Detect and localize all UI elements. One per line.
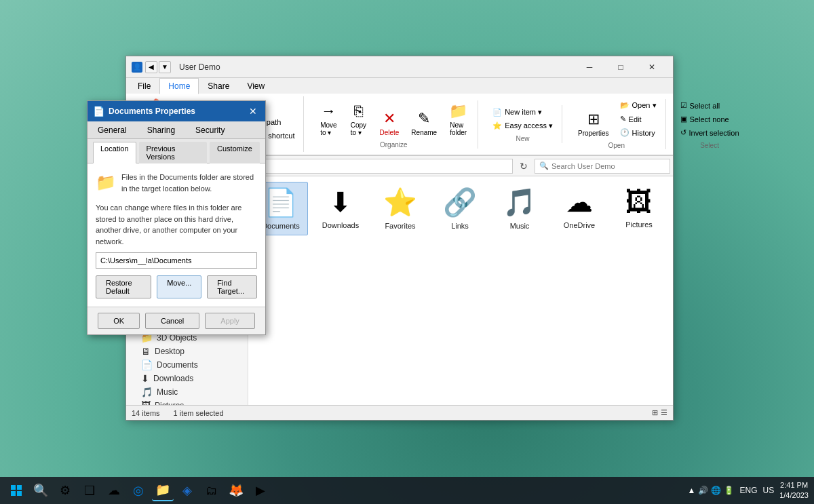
sidebar-item-documents-pc[interactable]: 📄 Documents — [126, 358, 248, 372]
ribbon-group-open: ⊞ Properties 📂 Open ▾ ✎ Edit � — [568, 99, 666, 149]
taskbar-vscode[interactable]: ◈ — [176, 480, 198, 501]
select-none-icon: ▣ — [680, 115, 687, 123]
sidebar-item-desktop-pc[interactable]: 🖥 Desktop — [126, 345, 248, 358]
dialog-subtab-customize[interactable]: Customize — [210, 142, 260, 163]
new-item-button[interactable]: 📄 New item ▾ — [489, 106, 556, 119]
taskbar-search[interactable]: 🔍 — [30, 480, 52, 501]
taskbar: 🔍 ⚙ ❑ ☁ ◎ 📁 ◈ 🗂 🦊 ▶ ▲ 🔊 🌐 🔋 ENG US 2:41 … — [0, 477, 814, 504]
dialog-tab-general[interactable]: General — [88, 121, 137, 139]
start-button[interactable] — [5, 480, 27, 501]
taskbar-explorer[interactable]: 📁 — [152, 480, 174, 501]
start-icon — [10, 484, 22, 497]
view-toggle: ⊞ ☰ — [652, 408, 667, 417]
file-item-links[interactable]: 🔗 Links — [433, 182, 487, 235]
restore-default-button[interactable]: Restore Default — [96, 275, 151, 298]
sidebar-item-pictures-pc[interactable]: 🖼 Pictures — [126, 399, 248, 405]
dialog-subtab-location[interactable]: Location — [93, 142, 136, 163]
select-all-icon: ☑ — [680, 101, 687, 110]
music-icon: 🎵 — [141, 387, 153, 398]
file-item-favorites[interactable]: ⭐ Favorites — [373, 182, 427, 235]
tab-file[interactable]: File — [129, 78, 159, 94]
taskbar-taskview[interactable]: ❑ — [79, 480, 100, 501]
dialog-path-value: C:\Users\m__la\Documents — [100, 256, 192, 265]
easy-access-button[interactable]: ⭐ Easy access ▾ — [489, 119, 556, 132]
sys-tray-icons: ▲ 🔊 🌐 🔋 — [688, 486, 735, 495]
dialog-tab-sharing[interactable]: Sharing — [137, 121, 185, 139]
clock-time: 2:41 PM — [779, 480, 809, 490]
cancel-button[interactable]: Cancel — [145, 313, 199, 329]
list-view-icon[interactable]: ☰ — [661, 408, 667, 417]
file-item-downloads[interactable]: ⬇ Downloads — [313, 182, 368, 235]
taskbar-terminal[interactable]: ▶ — [250, 480, 271, 501]
dialog-info-text1: Files in the Documents folder are stored… — [121, 172, 257, 194]
close-button[interactable]: ✕ — [636, 56, 667, 78]
qs-properties[interactable]: ▼ — [159, 61, 171, 73]
content-area[interactable]: 📄 Documents ⬇ Downloads ⭐ Favorites 🔗 Li… — [248, 176, 673, 405]
find-target-button[interactable]: Find Target... — [207, 275, 257, 298]
invert-selection-button[interactable]: ↺ Invert selection — [677, 126, 743, 139]
tab-share[interactable]: Share — [199, 78, 238, 94]
copy-to-button[interactable]: ⎘ Copyto ▾ — [345, 100, 372, 138]
file-item-music[interactable]: 🎵 Music — [492, 182, 547, 235]
tab-view[interactable]: View — [238, 78, 273, 94]
new-content: 📄 New item ▾ ⭐ Easy access ▾ — [489, 106, 556, 132]
open-button[interactable]: 📂 Open ▾ — [617, 99, 660, 112]
content-icons: 📄 Documents ⬇ Downloads ⭐ Favorites 🔗 Li… — [254, 182, 667, 235]
taskbar-files[interactable]: 🗂 — [201, 480, 222, 501]
search-input[interactable] — [551, 162, 665, 170]
minimize-button[interactable]: ─ — [574, 56, 605, 78]
dialog-close-button[interactable]: ✕ — [246, 104, 260, 118]
easy-access-icon: ⭐ — [492, 121, 502, 130]
search-box[interactable]: 🔍 — [535, 159, 670, 174]
grid-view-icon[interactable]: ⊞ — [652, 408, 658, 417]
history-button[interactable]: 🕐 History — [617, 126, 660, 139]
refresh-button[interactable]: ↻ — [516, 158, 532, 174]
move-icon: → — [321, 102, 336, 120]
taskbar-clock[interactable]: 2:41 PM 1/4/2023 — [779, 480, 809, 501]
open-content: ⊞ Properties 📂 Open ▾ ✎ Edit � — [573, 99, 660, 139]
delete-button[interactable]: ✕ Delete — [374, 108, 404, 138]
pictures-pc-icon: 🖼 — [141, 400, 151, 405]
tray-battery[interactable]: 🔋 — [724, 486, 734, 495]
qs-back[interactable]: ◀ — [145, 61, 157, 73]
region-text: US — [763, 486, 775, 495]
open-label: Open — [608, 142, 625, 149]
properties-button[interactable]: ⊞ Properties — [573, 109, 614, 139]
file-onedrive-icon: ☁ — [566, 187, 593, 218]
tray-network[interactable]: 🌐 — [711, 486, 721, 495]
svg-rect-0 — [11, 485, 16, 490]
sidebar-item-downloads-pc[interactable]: ⬇ Downloads — [126, 372, 248, 385]
keyboard-lang: ENG US — [739, 486, 774, 495]
window-title: User Demo — [174, 62, 571, 72]
status-bar: 14 items 1 item selected ⊞ ☰ — [126, 405, 673, 420]
dialog-subtab-previous-versions[interactable]: Previous Versions — [139, 142, 207, 163]
dialog-body: 📁 Files in the Documents folder are stor… — [88, 163, 265, 307]
maximize-button[interactable]: □ — [605, 56, 636, 78]
select-all-button[interactable]: ☑ Select all — [677, 99, 743, 112]
move-to-button[interactable]: → Moveto ▾ — [315, 100, 342, 138]
dialog-tab-security[interactable]: Security — [185, 121, 235, 139]
tray-expand[interactable]: ▲ — [688, 486, 696, 495]
new-folder-button[interactable]: 📁 Newfolder — [444, 100, 472, 138]
ribbon-tabs: File Home Share View — [126, 78, 673, 94]
rename-button[interactable]: ✎ Rename — [406, 108, 442, 138]
file-item-onedrive[interactable]: ☁ OneDrive — [552, 182, 606, 235]
dialog-title-bar: 📄 Documents Properties ✕ — [88, 101, 265, 121]
open-icon: 📂 — [620, 101, 629, 110]
taskbar-widgets[interactable]: ☁ — [103, 480, 125, 501]
history-icon: 🕐 — [620, 128, 629, 137]
edit-button[interactable]: ✎ Edit — [617, 113, 660, 125]
svg-rect-1 — [17, 485, 22, 490]
docs-pc-icon: 📄 — [141, 360, 153, 370]
apply-button[interactable]: Apply — [205, 313, 255, 329]
tab-home[interactable]: Home — [159, 78, 199, 94]
taskbar-settings[interactable]: ⚙ — [54, 480, 76, 501]
taskbar-edge[interactable]: ◎ — [128, 480, 149, 501]
tray-speaker[interactable]: 🔊 — [698, 486, 708, 495]
move-button[interactable]: Move... — [157, 275, 201, 298]
taskbar-firefox[interactable]: 🦊 — [225, 480, 247, 501]
sidebar-item-music[interactable]: 🎵 Music — [126, 385, 248, 399]
select-none-button[interactable]: ▣ Select none — [677, 113, 743, 125]
file-item-pictures[interactable]: 🖼 Pictures — [612, 182, 666, 235]
ok-button[interactable]: OK — [98, 313, 140, 329]
